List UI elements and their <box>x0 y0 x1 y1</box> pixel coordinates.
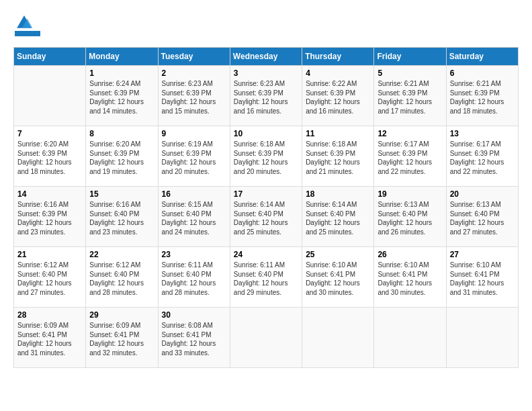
calendar-week-3: 14Sunrise: 6:16 AMSunset: 6:39 PMDayligh… <box>14 187 519 247</box>
calendar-cell <box>446 308 518 368</box>
calendar-cell: 2Sunrise: 6:23 AMSunset: 6:39 PMDaylight… <box>158 66 230 126</box>
day-info: Sunrise: 6:11 AMSunset: 6:40 PMDaylight:… <box>162 261 226 297</box>
day-info: Sunrise: 6:10 AMSunset: 6:41 PMDaylight:… <box>378 261 442 297</box>
logo-underline <box>15 31 40 36</box>
day-info: Sunrise: 6:17 AMSunset: 6:39 PMDaylight:… <box>450 140 515 176</box>
day-number: 26 <box>378 250 442 259</box>
calendar-cell: 6Sunrise: 6:21 AMSunset: 6:39 PMDaylight… <box>446 66 518 126</box>
day-number: 24 <box>234 250 298 259</box>
calendar-cell: 5Sunrise: 6:21 AMSunset: 6:39 PMDaylight… <box>374 66 446 126</box>
calendar-cell: 25Sunrise: 6:10 AMSunset: 6:41 PMDayligh… <box>302 247 374 308</box>
calendar-cell: 8Sunrise: 6:20 AMSunset: 6:39 PMDaylight… <box>86 126 158 187</box>
day-number: 22 <box>89 250 154 259</box>
day-info: Sunrise: 6:23 AMSunset: 6:39 PMDaylight:… <box>162 79 226 116</box>
day-number: 23 <box>162 250 226 259</box>
calendar-header-row: SundayMondayTuesdayWednesdayThursdayFrid… <box>14 48 519 66</box>
day-info: Sunrise: 6:16 AMSunset: 6:40 PMDaylight:… <box>89 200 154 236</box>
calendar-cell: 14Sunrise: 6:16 AMSunset: 6:39 PMDayligh… <box>14 187 86 247</box>
day-number: 10 <box>234 129 298 138</box>
day-number: 3 <box>234 68 298 78</box>
calendar-cell: 12Sunrise: 6:17 AMSunset: 6:39 PMDayligh… <box>374 126 446 187</box>
day-info: Sunrise: 6:13 AMSunset: 6:40 PMDaylight:… <box>450 200 515 236</box>
calendar-cell: 1Sunrise: 6:24 AMSunset: 6:39 PMDaylight… <box>86 66 158 126</box>
day-info: Sunrise: 6:24 AMSunset: 6:39 PMDaylight:… <box>89 79 154 116</box>
day-number: 1 <box>89 68 154 78</box>
day-number: 30 <box>162 310 226 320</box>
calendar-cell: 28Sunrise: 6:09 AMSunset: 6:41 PMDayligh… <box>14 308 86 368</box>
day-info: Sunrise: 6:23 AMSunset: 6:39 PMDaylight:… <box>234 79 298 116</box>
day-number: 27 <box>450 250 515 259</box>
day-info: Sunrise: 6:14 AMSunset: 6:40 PMDaylight:… <box>234 200 298 236</box>
day-info: Sunrise: 6:10 AMSunset: 6:41 PMDaylight:… <box>450 261 515 297</box>
calendar-cell: 30Sunrise: 6:08 AMSunset: 6:41 PMDayligh… <box>158 308 230 368</box>
calendar-week-2: 7Sunrise: 6:20 AMSunset: 6:39 PMDaylight… <box>14 126 519 187</box>
day-info: Sunrise: 6:11 AMSunset: 6:40 PMDaylight:… <box>234 261 298 297</box>
day-info: Sunrise: 6:21 AMSunset: 6:39 PMDaylight:… <box>450 79 515 116</box>
calendar-header-friday: Friday <box>374 48 446 66</box>
day-info: Sunrise: 6:10 AMSunset: 6:41 PMDaylight:… <box>306 261 370 297</box>
calendar-cell: 23Sunrise: 6:11 AMSunset: 6:40 PMDayligh… <box>158 247 230 308</box>
day-number: 11 <box>306 129 370 138</box>
calendar-cell: 3Sunrise: 6:23 AMSunset: 6:39 PMDaylight… <box>230 66 302 126</box>
calendar-cell: 24Sunrise: 6:11 AMSunset: 6:40 PMDayligh… <box>230 247 302 308</box>
calendar-cell: 21Sunrise: 6:12 AMSunset: 6:40 PMDayligh… <box>14 247 86 308</box>
calendar-header-sunday: Sunday <box>14 48 86 66</box>
calendar-cell: 16Sunrise: 6:15 AMSunset: 6:40 PMDayligh… <box>158 187 230 247</box>
day-number: 5 <box>378 68 442 78</box>
calendar-cell <box>302 308 374 368</box>
logo-icon <box>15 13 34 32</box>
day-number: 6 <box>450 68 515 78</box>
day-info: Sunrise: 6:08 AMSunset: 6:41 PMDaylight:… <box>162 321 226 357</box>
day-number: 8 <box>89 129 154 138</box>
calendar-cell: 29Sunrise: 6:09 AMSunset: 6:41 PMDayligh… <box>86 308 158 368</box>
day-info: Sunrise: 6:14 AMSunset: 6:40 PMDaylight:… <box>306 200 370 236</box>
calendar-cell: 17Sunrise: 6:14 AMSunset: 6:40 PMDayligh… <box>230 187 302 247</box>
day-number: 4 <box>306 68 370 78</box>
calendar-cell: 15Sunrise: 6:16 AMSunset: 6:40 PMDayligh… <box>86 187 158 247</box>
calendar-cell: 9Sunrise: 6:19 AMSunset: 6:39 PMDaylight… <box>158 126 230 187</box>
page-header <box>13 13 519 36</box>
day-info: Sunrise: 6:09 AMSunset: 6:41 PMDaylight:… <box>89 321 154 357</box>
calendar-cell: 10Sunrise: 6:18 AMSunset: 6:39 PMDayligh… <box>230 126 302 187</box>
calendar-week-4: 21Sunrise: 6:12 AMSunset: 6:40 PMDayligh… <box>14 247 519 308</box>
day-info: Sunrise: 6:15 AMSunset: 6:40 PMDaylight:… <box>162 200 226 236</box>
logo <box>13 13 40 36</box>
calendar-cell <box>14 66 86 126</box>
day-number: 9 <box>162 129 226 138</box>
calendar-header-saturday: Saturday <box>446 48 518 66</box>
day-number: 14 <box>17 189 82 199</box>
day-number: 20 <box>450 189 515 199</box>
day-info: Sunrise: 6:20 AMSunset: 6:39 PMDaylight:… <box>89 140 154 176</box>
day-number: 2 <box>162 68 226 78</box>
day-number: 21 <box>17 250 82 259</box>
calendar-header-wednesday: Wednesday <box>230 48 302 66</box>
calendar-week-5: 28Sunrise: 6:09 AMSunset: 6:41 PMDayligh… <box>14 308 519 368</box>
day-info: Sunrise: 6:12 AMSunset: 6:40 PMDaylight:… <box>17 261 82 297</box>
day-info: Sunrise: 6:13 AMSunset: 6:40 PMDaylight:… <box>378 200 442 236</box>
calendar-cell: 26Sunrise: 6:10 AMSunset: 6:41 PMDayligh… <box>374 247 446 308</box>
day-number: 13 <box>450 129 515 138</box>
calendar-header-tuesday: Tuesday <box>158 48 230 66</box>
calendar-cell: 11Sunrise: 6:18 AMSunset: 6:39 PMDayligh… <box>302 126 374 187</box>
day-number: 19 <box>378 189 442 199</box>
day-number: 29 <box>89 310 154 320</box>
day-number: 12 <box>378 129 442 138</box>
day-number: 15 <box>89 189 154 199</box>
day-info: Sunrise: 6:21 AMSunset: 6:39 PMDaylight:… <box>378 79 442 116</box>
calendar-cell: 27Sunrise: 6:10 AMSunset: 6:41 PMDayligh… <box>446 247 518 308</box>
day-number: 18 <box>306 189 370 199</box>
calendar-cell: 22Sunrise: 6:12 AMSunset: 6:40 PMDayligh… <box>86 247 158 308</box>
calendar-cell <box>374 308 446 368</box>
calendar-table: SundayMondayTuesdayWednesdayThursdayFrid… <box>13 47 519 368</box>
calendar-header-monday: Monday <box>86 48 158 66</box>
calendar-cell: 18Sunrise: 6:14 AMSunset: 6:40 PMDayligh… <box>302 187 374 247</box>
day-info: Sunrise: 6:19 AMSunset: 6:39 PMDaylight:… <box>162 140 226 176</box>
day-info: Sunrise: 6:18 AMSunset: 6:39 PMDaylight:… <box>306 140 370 176</box>
day-info: Sunrise: 6:16 AMSunset: 6:39 PMDaylight:… <box>17 200 82 236</box>
day-info: Sunrise: 6:12 AMSunset: 6:40 PMDaylight:… <box>89 261 154 297</box>
calendar-cell: 20Sunrise: 6:13 AMSunset: 6:40 PMDayligh… <box>446 187 518 247</box>
day-number: 25 <box>306 250 370 259</box>
calendar-header-thursday: Thursday <box>302 48 374 66</box>
calendar-week-1: 1Sunrise: 6:24 AMSunset: 6:39 PMDaylight… <box>14 66 519 126</box>
day-number: 17 <box>234 189 298 199</box>
